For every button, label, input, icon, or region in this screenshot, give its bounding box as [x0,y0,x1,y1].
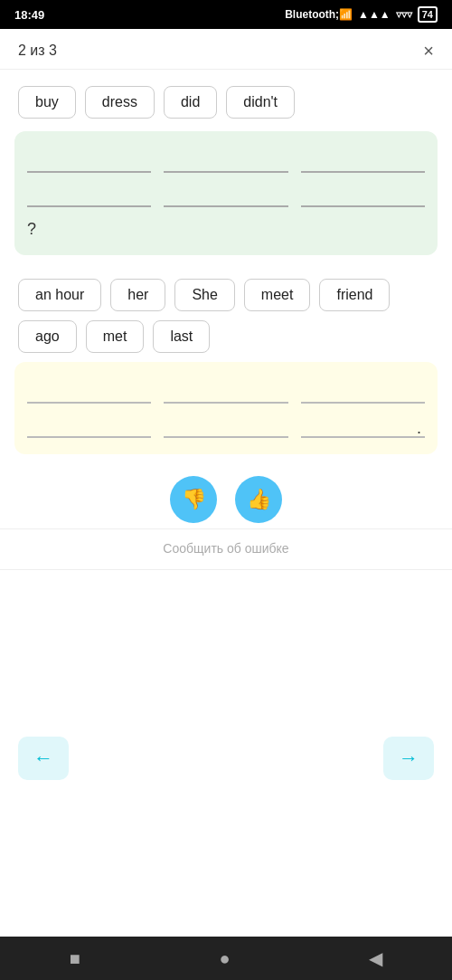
answer-slot-yellow[interactable] [27,378,151,404]
word-chip[interactable]: ago [18,320,77,353]
answer-box-yellow: . [14,362,438,454]
wifi-icon: ▿▿▿ [396,8,412,21]
circle-icon: ● [219,948,230,969]
answer-grid-green [27,147,425,207]
feedback-row: 👎 👍 [0,467,452,528]
word-chip[interactable]: met [86,320,145,353]
answer-slot[interactable] [27,182,151,207]
answer-slot[interactable] [301,182,425,207]
word-chip[interactable]: dress [85,86,155,119]
nav-row: ← → [0,728,452,789]
word-chip[interactable]: She [174,279,234,311]
report-error-label[interactable]: Сообщить об ошибке [163,541,288,556]
battery-icon: 74 [418,6,438,23]
word-chip[interactable]: buy [18,86,76,119]
report-row: Сообщить об ошибке [0,528,452,570]
word-chip[interactable]: last [153,320,210,353]
header: 2 из 3 × [0,29,452,70]
word-chips-row1: buydressdiddidn't [0,70,452,131]
answer-slot-yellow[interactable] [164,413,287,438]
word-chip[interactable]: did [164,86,217,119]
square-icon: ■ [70,948,80,969]
answer-slot[interactable] [164,147,287,173]
answer-slot-yellow[interactable] [164,378,287,404]
word-chip[interactable]: friend [319,279,390,311]
status-bar: 18:49 Bluetooth;📶 ▲▲▲ ▿▿▿ 74 [0,0,452,29]
word-chip[interactable]: her [110,279,165,311]
answer-slot[interactable] [27,147,151,173]
answer-slot-yellow[interactable] [301,413,425,438]
word-chip[interactable]: an hour [18,279,101,311]
thumbs-down-icon: 👎 [182,488,206,511]
answer-box-green: ? [14,131,438,255]
close-button[interactable]: × [423,42,434,60]
prev-button[interactable]: ← [18,737,69,780]
answer-slot[interactable] [164,182,287,207]
signal-icon: ▲▲▲ [358,8,391,21]
period-mark: . [417,419,421,438]
thumbs-up-button[interactable]: 👍 [235,476,282,523]
answer-slot-yellow[interactable] [27,413,151,438]
thumbs-down-button[interactable]: 👎 [170,476,217,523]
status-icons: Bluetooth;📶 ▲▲▲ ▿▿▿ 74 [285,6,438,23]
word-chip[interactable]: didn't [226,86,295,119]
answer-slot[interactable] [301,147,425,173]
word-chip[interactable]: meet [244,279,311,311]
thumbs-up-icon: 👍 [247,488,271,511]
answer-grid-yellow [27,378,425,438]
bluetooth-icon: Bluetooth;📶 [285,8,353,21]
status-time: 18:49 [14,8,44,22]
progress-label: 2 из 3 [18,43,57,59]
question-mark: ? [27,216,425,239]
bottom-bar: ■ ● ◀ [0,937,452,980]
word-chips-row2: an hourherShemeetfriendagometlast [0,264,452,362]
back-icon: ◀ [369,947,382,969]
next-button[interactable]: → [383,737,434,780]
answer-slot-yellow[interactable] [301,378,425,404]
